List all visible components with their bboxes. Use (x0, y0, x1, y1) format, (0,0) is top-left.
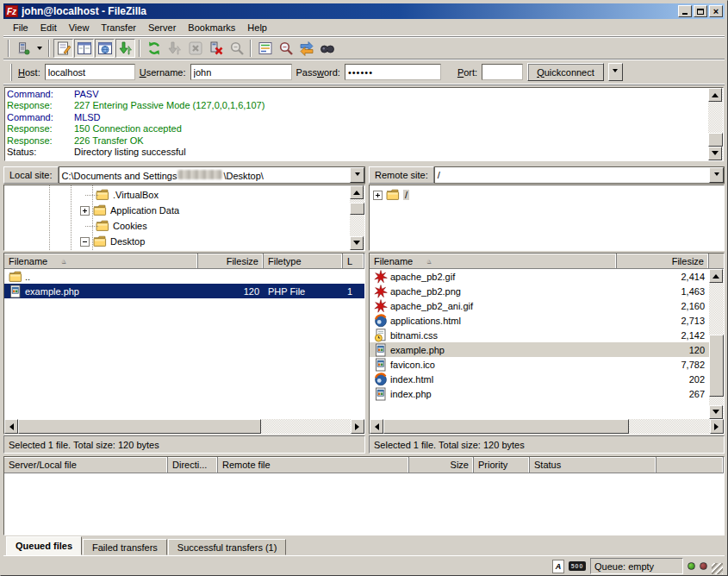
scroll-down-button[interactable] (709, 405, 723, 419)
disconnect-button[interactable] (206, 39, 226, 58)
menu-edit[interactable]: Edit (34, 21, 63, 34)
collapse-icon[interactable] (80, 237, 90, 247)
toggle-message-log-button[interactable] (53, 39, 73, 58)
local-path-combobox[interactable]: C:\Documents and Settings\Desktop\ (59, 166, 365, 184)
title-bar: Fz john@localhost - FileZilla × (3, 3, 725, 19)
file-row[interactable]: bitnami.css2,142 (370, 328, 709, 342)
column-header-filesize[interactable]: Filesize (198, 254, 264, 268)
toggle-local-tree-icon (77, 41, 92, 56)
refresh-button[interactable] (144, 39, 164, 58)
tree-item-application-data[interactable]: Application Data (4, 203, 350, 218)
column-header-filesize[interactable]: Filesize (617, 254, 709, 268)
file-row[interactable]: apache_pb2.gif2,414 (370, 269, 709, 284)
menu-file[interactable]: File (7, 21, 34, 34)
column-header-filename[interactable]: Filename▲ (370, 254, 617, 268)
file-row[interactable]: index.html202 (370, 372, 709, 386)
tree-item-cookies[interactable]: Cookies (4, 218, 350, 234)
toggle-remote-tree-button[interactable] (95, 39, 115, 58)
column-header-filename[interactable]: Filename▲ (4, 254, 198, 268)
port-input[interactable] (482, 64, 523, 80)
tab-failed-transfers[interactable]: Failed transfers (83, 539, 167, 555)
scroll-down-button[interactable] (708, 147, 722, 160)
tab-queued-files[interactable]: Queued files (6, 536, 82, 555)
close-button[interactable]: × (709, 5, 723, 17)
process-queue-button[interactable] (165, 39, 184, 58)
log-scrollbar[interactable] (708, 88, 723, 160)
local-path-text: C:\Documents and Settings\Desktop\ (62, 170, 264, 181)
reconnect-button[interactable] (227, 39, 246, 58)
menu-server[interactable]: Server (142, 21, 182, 34)
scroll-up-button[interactable] (350, 185, 364, 199)
remote-path-dropdown[interactable] (709, 167, 724, 183)
quickconnect-button[interactable]: Quickconnect (527, 63, 604, 81)
scroll-thumb[interactable] (709, 335, 724, 397)
quickconnect-dropdown[interactable] (608, 63, 623, 81)
local-path-dropdown[interactable] (350, 167, 364, 183)
column-header-remote-file[interactable]: Remote file (218, 457, 409, 473)
transfer-type-icon[interactable]: A (552, 560, 564, 573)
remote-horizontal-scrollbar[interactable] (370, 419, 724, 434)
scroll-right-button[interactable] (710, 419, 724, 434)
scroll-up-button[interactable] (708, 88, 722, 102)
expand-icon[interactable] (80, 206, 90, 216)
queue-body[interactable] (4, 473, 724, 535)
cancel-icon (188, 41, 203, 56)
scroll-left-button[interactable] (4, 419, 18, 434)
speed-limit-icon[interactable]: 500 (569, 561, 586, 571)
file-row-selected[interactable]: example.php120 (370, 342, 709, 357)
toolbar-separator (139, 40, 140, 57)
column-header-modified[interactable]: L (343, 254, 364, 268)
column-header-server-local-file[interactable]: Server/Local file (4, 457, 168, 473)
site-manager-button[interactable] (13, 39, 33, 58)
scroll-up-button[interactable] (709, 269, 723, 283)
compare-button[interactable] (276, 39, 296, 58)
file-row-parent-dir[interactable]: .. (4, 269, 364, 284)
scroll-down-button[interactable] (350, 236, 364, 250)
close-icon: × (713, 7, 719, 16)
host-input[interactable] (45, 64, 135, 80)
scroll-thumb[interactable] (383, 419, 629, 434)
site-manager-dropdown[interactable] (34, 39, 45, 58)
column-header-direction[interactable]: Directi... (168, 457, 218, 473)
file-row[interactable]: index.php267 (370, 386, 709, 401)
file-row[interactable]: apache_pb2_ani.gif2,160 (370, 298, 709, 313)
toggle-queue-button[interactable] (115, 39, 135, 58)
menu-bookmarks[interactable]: Bookmarks (182, 21, 241, 34)
file-row[interactable]: favicon.ico7,782 (370, 357, 709, 372)
file-row-example-php[interactable]: example.php 120 PHP File 1 (4, 284, 364, 298)
scroll-right-button[interactable] (351, 419, 364, 434)
remote-vertical-scrollbar[interactable] (709, 269, 724, 419)
sync-browsing-button[interactable] (296, 39, 316, 58)
tree-item-desktop[interactable]: Desktop (4, 234, 350, 249)
remote-path-combobox[interactable]: / (434, 166, 725, 184)
toggle-local-tree-button[interactable] (74, 39, 94, 58)
scroll-thumb[interactable] (350, 203, 364, 215)
cancel-operation-button[interactable] (185, 39, 205, 58)
tab-successful-transfers[interactable]: Successful transfers (1) (168, 539, 287, 555)
find-button[interactable] (317, 39, 337, 58)
file-row[interactable]: apache_pb2.png1,463 (370, 284, 709, 298)
scroll-left-button[interactable] (370, 419, 383, 434)
column-header-empty (656, 457, 724, 473)
menu-view[interactable]: View (63, 21, 96, 34)
menu-help[interactable]: Help (241, 21, 273, 34)
tree-item-virtualbox[interactable]: .VirtualBox (4, 187, 350, 203)
scroll-thumb[interactable] (708, 133, 723, 147)
maximize-button[interactable] (694, 5, 707, 17)
scroll-thumb[interactable] (18, 419, 261, 434)
column-header-status[interactable]: Status (530, 457, 656, 473)
column-header-size[interactable]: Size (409, 457, 474, 473)
menu-transfer[interactable]: Transfer (95, 21, 142, 34)
password-input[interactable] (345, 64, 441, 80)
local-horizontal-scrollbar[interactable] (4, 419, 364, 434)
minimize-button[interactable] (678, 5, 692, 17)
username-input[interactable] (190, 64, 292, 80)
file-row[interactable]: applications.html2,713 (370, 313, 709, 328)
tree-item-root[interactable]: / (370, 187, 724, 203)
local-tree-scrollbar[interactable] (350, 185, 364, 250)
column-header-filetype[interactable]: Filetype (264, 254, 343, 268)
filter-button[interactable] (255, 39, 275, 58)
resize-grip[interactable] (712, 563, 723, 574)
column-header-priority[interactable]: Priority (474, 457, 530, 473)
expand-icon[interactable] (373, 191, 383, 200)
